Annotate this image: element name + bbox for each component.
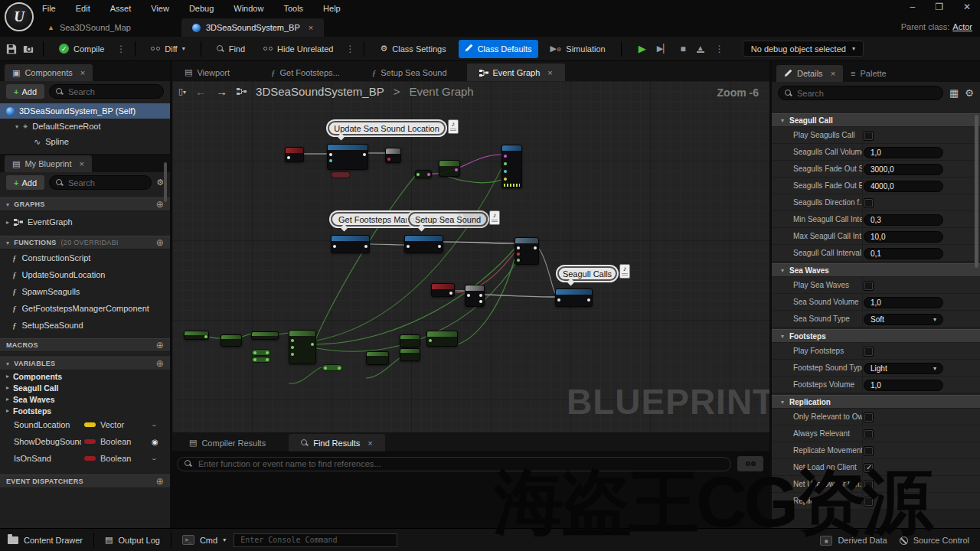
- property-checkbox[interactable]: [864, 497, 874, 507]
- tab-level-map[interactable]: ▲ Sea3DSound_Map: [37, 18, 142, 37]
- output-log-button[interactable]: ▤ Output Log: [105, 535, 160, 545]
- comment-bubble-seagull-calls[interactable]: Seagull Calls: [557, 266, 617, 281]
- property-checkbox[interactable]: [864, 131, 874, 141]
- property-input[interactable]: 1,0: [864, 380, 943, 391]
- close-button[interactable]: ✕: [963, 2, 971, 12]
- menu-tools[interactable]: Tools: [283, 4, 303, 13]
- variable-row-show-debug-sound[interactable]: ShowDebugSoundL Boolean ◉: [0, 433, 170, 450]
- add-graph-icon[interactable]: ⊕: [156, 199, 164, 210]
- graph-node-branch[interactable]: [514, 237, 539, 265]
- graph-node-pill[interactable]: [251, 349, 271, 356]
- hide-unrelated-button[interactable]: Hide Unrelated: [257, 40, 339, 58]
- minimize-button[interactable]: –: [910, 2, 915, 12]
- variable-category-footsteps[interactable]: ▸Footsteps: [0, 405, 170, 416]
- tree-item-spline[interactable]: ∿ Spline: [0, 134, 170, 149]
- class-defaults-button[interactable]: Class Defaults: [459, 40, 538, 58]
- comment-bubble-setup-sea-sound[interactable]: Setup Sea Sound: [408, 212, 488, 227]
- tab-setup-sea-sound[interactable]: ƒSetup Sea Sound: [360, 64, 459, 81]
- tab-details[interactable]: Details ×: [776, 65, 843, 82]
- property-checkbox[interactable]: [864, 463, 874, 473]
- simulation-button[interactable]: ▶⚙ Simulation: [544, 40, 612, 58]
- graph-node-pure[interactable]: [184, 331, 209, 340]
- graph-node-play-sound[interactable]: [501, 145, 522, 188]
- function-row-construction-script[interactable]: ƒConstructionScript: [0, 249, 170, 266]
- tree-item-scene-root[interactable]: ▾ ⌖ DefaultSceneRoot: [0, 119, 170, 134]
- comment-pin-icon[interactable]: ♪: [489, 210, 500, 225]
- my-blueprint-search-input[interactable]: Search: [49, 175, 152, 190]
- play-options-icon[interactable]: ⋮: [715, 44, 724, 54]
- tab-blueprint-asset[interactable]: 3DSeaSoundSystem_BP ×: [181, 18, 324, 37]
- tab-viewport[interactable]: ▤Viewport: [172, 64, 242, 81]
- comment-pin-icon[interactable]: ♪: [619, 264, 630, 279]
- tab-palette[interactable]: ≡ Palette: [843, 65, 894, 82]
- close-icon[interactable]: ×: [368, 439, 372, 448]
- settings-gear-icon[interactable]: ⚙: [965, 87, 974, 99]
- variable-row-is-on-sand[interactable]: IsOnSand Boolean ⌣: [0, 450, 170, 467]
- graph-node-pure[interactable]: [220, 334, 242, 347]
- frame-skip-icon[interactable]: ▶▏: [657, 44, 670, 54]
- property-checkbox[interactable]: [864, 429, 874, 439]
- tab-compiler-results[interactable]: ▤ Compiler Results: [177, 434, 278, 452]
- derived-data-button[interactable]: ▥ Derived Data: [820, 536, 887, 546]
- graph-node-pill[interactable]: [251, 357, 271, 363]
- property-input[interactable]: 10,0: [864, 231, 943, 243]
- scrollbar[interactable]: [975, 115, 978, 268]
- forward-arrow-icon[interactable]: →: [216, 85, 227, 98]
- class-settings-button[interactable]: ⚙ Class Settings: [374, 40, 452, 58]
- parent-class-link[interactable]: Actor: [952, 22, 972, 31]
- diff-button[interactable]: Diff ▾: [145, 40, 191, 58]
- menu-edit[interactable]: Edit: [76, 4, 90, 13]
- tab-find-results[interactable]: Find Results ×: [289, 434, 385, 452]
- tab-my-blueprint[interactable]: ▤ My Blueprint ×: [5, 155, 92, 172]
- property-checkbox[interactable]: [864, 412, 874, 422]
- property-input[interactable]: 1,0: [864, 147, 943, 158]
- menu-view[interactable]: View: [151, 4, 169, 13]
- tab-event-graph[interactable]: Event Graph ×: [467, 64, 565, 81]
- maximize-button[interactable]: ❐: [935, 2, 943, 12]
- property-dropdown[interactable]: Light▾: [864, 363, 943, 374]
- content-drawer-button[interactable]: Content Drawer: [8, 536, 83, 545]
- comment-bubble-update-sea-sound[interactable]: Update Sea Sound Location: [328, 121, 446, 135]
- close-icon[interactable]: ×: [547, 68, 552, 77]
- eye-open-icon[interactable]: ◉: [152, 438, 158, 446]
- comment-pin-icon[interactable]: ♪: [448, 119, 459, 134]
- graph-node-pill[interactable]: [331, 171, 351, 178]
- add-dispatcher-icon[interactable]: ⊕: [156, 476, 164, 487]
- stop-icon[interactable]: ■: [681, 44, 686, 54]
- browse-asset-icon[interactable]: [23, 44, 34, 54]
- eye-closed-icon[interactable]: ⌣: [152, 454, 157, 463]
- property-checkbox[interactable]: [864, 281, 874, 291]
- eye-closed-icon[interactable]: ⌣: [152, 420, 157, 429]
- graph-node-update-sound-location[interactable]: [327, 144, 368, 170]
- section-header-seagull-call[interactable]: ▾Seagull Call: [772, 113, 980, 127]
- property-input[interactable]: 0,1: [864, 248, 943, 259]
- function-row-update-sound-location[interactable]: ƒUpdateSoundLocation: [0, 266, 170, 283]
- property-input[interactable]: 4000,0: [864, 181, 943, 192]
- property-input[interactable]: 0,3: [864, 214, 943, 226]
- scrollbar[interactable]: [164, 162, 167, 202]
- add-variable-icon[interactable]: ⊕: [156, 358, 164, 369]
- menu-file[interactable]: File: [42, 4, 56, 13]
- graph-node-enable-sound[interactable]: [426, 331, 458, 347]
- add-macro-icon[interactable]: ⊕: [156, 340, 164, 350]
- variable-row-sound-location[interactable]: SoundLocation Vector ⌣: [0, 416, 170, 433]
- add-function-icon[interactable]: ⊕: [156, 237, 164, 248]
- section-header-sea-waves[interactable]: ▾Sea Waves: [772, 263, 980, 277]
- graph-node-pill[interactable]: [322, 364, 343, 371]
- components-search-input[interactable]: Search: [49, 84, 164, 99]
- close-icon[interactable]: ×: [80, 68, 85, 77]
- hide-unrelated-options-icon[interactable]: ⋮: [345, 44, 354, 54]
- property-dropdown[interactable]: Soft▾: [864, 314, 943, 325]
- save-icon[interactable]: [6, 44, 17, 54]
- breadcrumb-root[interactable]: 3DSeaSoundSystem_BP: [256, 85, 384, 98]
- graph-node-pure[interactable]: [400, 334, 420, 347]
- macros-section-header[interactable]: MACROS ⊕: [0, 338, 170, 352]
- graph-node-pure[interactable]: [400, 348, 420, 361]
- function-row-get-footsteps-manager[interactable]: ƒGetFootstepsManagerComponent: [0, 300, 170, 317]
- settings-gear-icon[interactable]: ⚙: [156, 178, 164, 187]
- tab-components[interactable]: ▣ Components ×: [5, 64, 93, 81]
- find-button[interactable]: Find: [211, 40, 251, 58]
- add-component-button[interactable]: +Add: [6, 84, 44, 99]
- variable-category-sea-waves[interactable]: ▸Sea Waves: [0, 393, 170, 405]
- close-icon[interactable]: ×: [80, 159, 84, 168]
